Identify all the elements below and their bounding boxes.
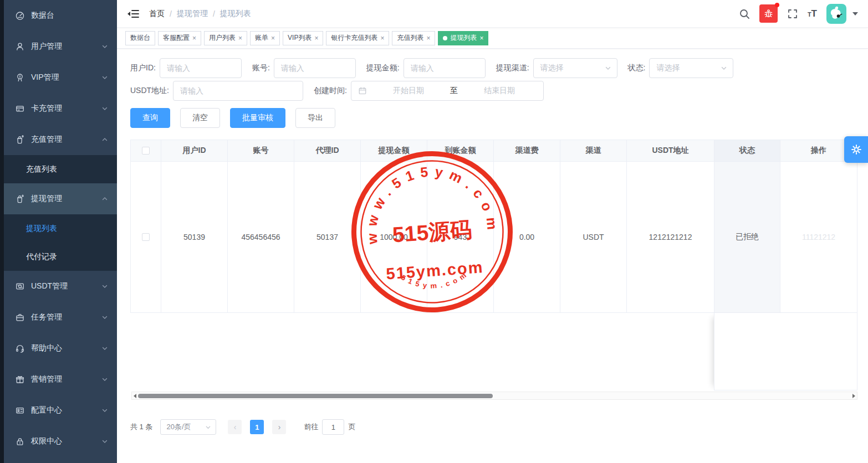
collapse-menu-icon[interactable] [127,9,139,19]
page-suffix: 页 [348,422,355,432]
tag-label: 提现列表 [450,33,477,43]
sidebar-item-help-center[interactable]: 帮助中心 [4,333,117,364]
search-icon[interactable] [739,8,750,19]
scrollbar-thumb[interactable] [138,394,493,398]
font-size-icon[interactable]: TT [808,9,817,18]
chevron-up-icon [101,136,108,143]
topbar: 首页/提现管理/提现列表 TT [117,0,868,28]
usdt-icon [15,281,25,291]
sidebar-item-config-center[interactable]: 配置中心 [4,395,117,426]
end-date-placeholder[interactable]: 结束日期 [462,86,537,96]
sidebar-item-label: 数据台 [31,11,54,20]
withdraw-channel-select[interactable]: 请选择 [533,58,617,78]
chevron-down-icon[interactable] [852,12,858,16]
column-header-withdraw-amount: 提现金额 [361,140,427,162]
tag-label: 用户列表 [209,33,236,43]
sidebar-item-card-recharge-management[interactable]: 卡充管理 [4,93,117,124]
usdt-address-input[interactable] [173,81,303,101]
sidebar-item-marketing-management[interactable]: 营销管理 [4,364,117,395]
calendar-icon [358,86,367,95]
close-icon[interactable]: × [314,35,318,42]
breadcrumb-item-0[interactable]: 首页 [149,9,165,19]
chevron-down-icon [101,438,108,445]
scroll-right-arrow-icon[interactable] [852,394,855,398]
sidebar-item-withdraw-management[interactable]: 提现管理 [4,183,117,214]
sidebar-item-usdt-management[interactable]: USDT管理 [4,271,117,302]
close-icon[interactable]: × [238,35,242,42]
tag-bank-card-recharge-list[interactable]: 银行卡充值列表× [326,31,389,45]
close-icon[interactable]: × [380,35,384,42]
fullscreen-icon[interactable] [787,8,798,19]
breadcrumb-item-1[interactable]: 提现管理 [177,9,208,19]
tag-customer-service-config[interactable]: 客服配置× [158,31,201,45]
status-select[interactable]: 请选择 [649,58,733,78]
chevron-down-icon [101,74,108,81]
query-button[interactable]: 查询 [130,108,170,128]
scroll-left-arrow-icon[interactable] [134,394,136,398]
withdraw-channel-field: 提现渠道:请选择 [496,58,617,78]
date-separator: 至 [450,86,458,96]
chevron-up-icon [101,196,108,202]
avatar[interactable] [826,4,846,24]
tag-withdraw-list[interactable]: 提现列表× [438,31,488,45]
prev-page-button[interactable]: ‹ [228,420,242,434]
sidebar-subitem-withdraw-list[interactable]: 提现列表 [4,214,117,243]
sidebar: 数据台用户管理VIP管理卡充管理充值管理充值列表提现管理提现列表代付记录USDT… [4,0,117,463]
withdraw-channel-select-placeholder: 请选择 [540,63,564,73]
clear-button[interactable]: 清空 [180,108,220,128]
sidebar-item-vip-management[interactable]: VIP管理 [4,62,117,93]
page-size-select[interactable]: 20条/页 [160,419,216,435]
status-label: 状态: [628,63,646,73]
idcard-icon [15,405,25,415]
start-date-placeholder[interactable]: 开始日期 [371,86,446,96]
sidebar-item-recharge-management[interactable]: 充值管理 [4,124,117,155]
batch-review-button[interactable]: 批量审核 [230,108,285,128]
usdt-address-label: USDT地址: [130,86,169,96]
sidebar-item-dashboard[interactable]: 数据台 [4,0,117,31]
current-page-button[interactable]: 1 [250,420,264,434]
column-header-user-id: 用户ID [161,140,228,162]
cell-usdt-address: 1212121212 [627,162,714,312]
withdraw-amount-input[interactable] [404,58,486,78]
select-all-checkbox[interactable] [142,147,150,155]
tag-recharge-list[interactable]: 充值列表× [392,31,435,45]
horizontal-scrollbar[interactable] [131,392,857,400]
tag-user-list[interactable]: 用户列表× [204,31,247,45]
tag-vip-list[interactable]: VIP列表× [283,31,323,45]
credit-card-icon [15,104,25,114]
bug-button[interactable] [759,4,778,23]
close-icon[interactable]: × [192,35,196,42]
cell-status: 已拒绝 [714,162,780,312]
sidebar-subitem-payout-records[interactable]: 代付记录 [4,243,117,271]
close-icon[interactable]: × [426,35,430,42]
table-settings-button[interactable] [844,136,868,163]
tag-label: 充值列表 [397,33,423,43]
lock-icon [15,436,25,446]
close-icon[interactable]: × [479,35,483,42]
goto-page-input[interactable] [322,419,344,435]
tag-bill[interactable]: 账单× [250,31,280,45]
sidebar-item-label: 配置中心 [31,405,62,415]
sidebar-item-task-management[interactable]: 任务管理 [4,302,117,333]
user-icon [15,42,25,52]
sidebar-item-user-management[interactable]: 用户管理 [4,31,117,62]
sidebar-subitem-recharge-list[interactable]: 充值列表 [4,155,117,183]
page-size-value: 20条/页 [166,422,191,432]
column-header-channel: 渠道 [560,140,627,162]
sidebar-item-label: 权限中心 [31,436,62,446]
date-range-picker[interactable]: 开始日期 至 结束日期 [351,81,544,101]
pagination-total: 共 1 条 [130,422,152,432]
tag-label: VIP列表 [288,33,312,43]
sidebar-item-label: 提现管理 [31,194,62,204]
account-input[interactable] [274,58,356,78]
table-header-row: 用户ID账号代理ID提现金额到账金额渠道费渠道USDT地址状态操作 [131,140,857,162]
sidebar-item-permission-center[interactable]: 权限中心 [4,426,117,457]
tag-dashboard[interactable]: 数据台 [125,31,155,45]
next-page-button[interactable]: › [272,420,286,434]
close-icon[interactable]: × [271,35,275,42]
user-id-input[interactable] [160,58,242,78]
create-time-label: 创建时间: [314,86,347,96]
export-button[interactable]: 导出 [295,108,335,128]
chevron-down-icon [101,105,108,112]
row-checkbox[interactable] [142,233,150,241]
